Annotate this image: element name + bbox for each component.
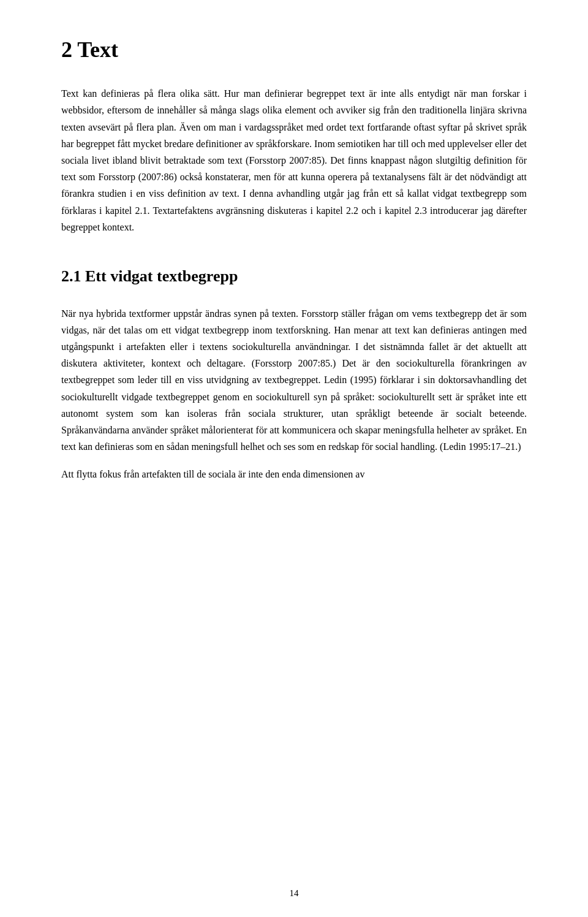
page: 2 Text Text kan definieras på flera olik… — [0, 0, 588, 917]
section-paragraph-2: Att flytta fokus från artefakten till de… — [61, 466, 527, 482]
section-title: 2.1 Ett vidgat textbegrepp — [61, 266, 527, 287]
section-paragraph-1: När nya hybrida textformer uppstår ändra… — [61, 305, 527, 455]
page-number: 14 — [290, 888, 299, 899]
chapter-paragraph-1: Text kan definieras på flera olika sätt.… — [61, 85, 527, 235]
chapter-title: 2 Text — [61, 37, 527, 63]
